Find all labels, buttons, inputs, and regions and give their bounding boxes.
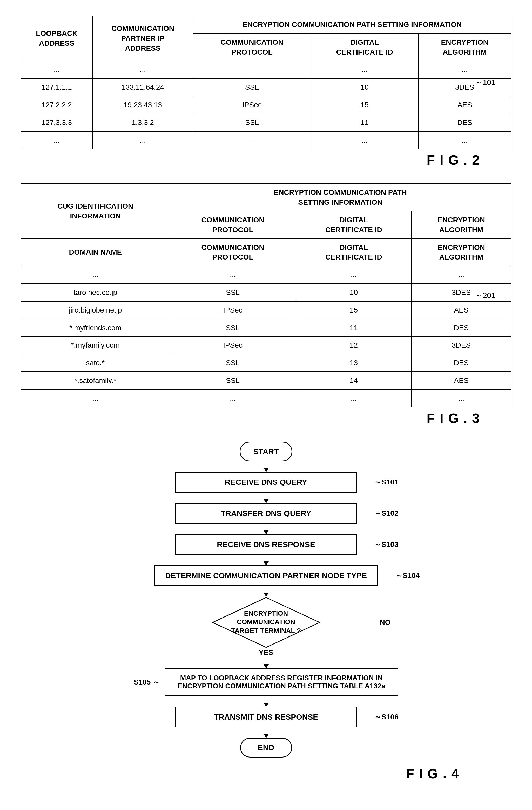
yes-row: YES <box>21 648 511 668</box>
arrow2 <box>266 492 266 503</box>
s104-label: ～S104 <box>396 571 419 581</box>
span-header: ENCRYPTION COMMUNICATION PATH SETTING IN… <box>193 16 511 33</box>
arrow3 <box>266 524 266 534</box>
table-row: ............ <box>21 389 511 407</box>
col3-header: COMMUNICATIONPROTOCOL <box>193 33 311 61</box>
arrow-back <box>266 696 266 707</box>
fig3-table: CUG IDENTIFICATIONINFORMATION ENCRYPTION… <box>21 183 511 407</box>
table-row: *.myfriends.comSSL11DES <box>21 319 511 337</box>
table-row: *.myfamily.comIPSec123DES <box>21 336 511 354</box>
fig3-col2-span: ENCRYPTION COMMUNICATION PATHSETTING INF… <box>170 184 511 211</box>
s101-box: RECEIVE DNS QUERY <box>175 472 357 492</box>
arrow-yes <box>266 658 266 668</box>
s102-box: TRANSFER DNS QUERY <box>175 503 357 524</box>
fig3-col1-span: CUG IDENTIFICATIONINFORMATION <box>21 184 170 239</box>
s102-node: TRANSFER DNS QUERY ～S102 <box>175 503 357 524</box>
fig4-section: START RECEIVE DNS QUERY ～S101 TRANSFER D… <box>21 442 511 781</box>
fig3-label: F I G . 3 <box>21 410 511 426</box>
s104-node: DETERMINE COMMUNICATION PARTNER NODE TYP… <box>154 565 378 586</box>
no-label: NO <box>380 618 391 627</box>
s106-box: TRANSMIT DNS RESPONSE <box>175 707 357 727</box>
fig3-col3-sub: ENCRYPTIONALGORITHM <box>412 211 511 239</box>
s105-step: S105 ～ <box>134 677 160 687</box>
col1-header: LOOPBACKADDRESS <box>21 16 93 61</box>
col2-header: COMMUNICATIONPARTNER IPADDRESS <box>93 16 193 61</box>
end-node: END <box>240 738 292 758</box>
table-row: 127.3.3.31.3.3.2SSL11DES <box>21 114 511 131</box>
start-node: START <box>240 442 293 461</box>
arrow-end <box>266 727 266 738</box>
col4-header: DIGITALCERTIFICATE ID <box>311 33 418 61</box>
start-oval: START <box>240 442 293 461</box>
fig4-label: F I G . 4 <box>406 766 491 781</box>
table-row: DOMAIN NAMECOMMUNICATIONPROTOCOLDIGITALC… <box>21 239 511 266</box>
s103-node: RECEIVE DNS RESPONSE ～S103 <box>175 534 357 555</box>
table-row: jiro.biglobe.ne.jpIPSec15AES <box>21 301 511 319</box>
fig2-ref: ～101 <box>475 77 496 88</box>
table-row: sato.*SSL13DES <box>21 354 511 372</box>
s106-label: ～S106 <box>374 712 398 722</box>
table-row: ............... <box>21 131 511 149</box>
s105-wrapper: S105 ～ MAP TO LOOPBACK ADDRESS REGISTER … <box>21 668 511 696</box>
diamond-node: ENCRYPTION COMMUNICATIONTARGET TERMINAL … <box>21 597 511 648</box>
end-oval: END <box>240 738 292 758</box>
diamond-text: ENCRYPTION COMMUNICATIONTARGET TERMINAL … <box>225 609 308 635</box>
arrow4 <box>266 555 266 565</box>
fig3-col2-sub: DIGITALCERTIFICATE ID <box>296 211 412 239</box>
col5-header: ENCRYPTIONALGORITHM <box>418 33 511 61</box>
s101-node: RECEIVE DNS QUERY ～S101 <box>175 472 357 492</box>
arrow1 <box>266 461 266 472</box>
s102-label: ～S102 <box>374 508 398 518</box>
fig2-section: LOOPBACKADDRESS COMMUNICATIONPARTNER IPA… <box>21 16 511 168</box>
fig2-table: LOOPBACKADDRESS COMMUNICATIONPARTNER IPA… <box>21 16 511 149</box>
table-row: ............... <box>21 61 511 79</box>
fig2-label: F I G . 2 <box>21 152 511 168</box>
table-row: *.satofamily.*SSL14AES <box>21 372 511 389</box>
table-row: taro.nec.co.jpSSL103DES <box>21 284 511 301</box>
s101-label: ～S101 <box>374 477 398 487</box>
yes-label: YES <box>259 648 273 657</box>
table-row: 127.2.2.219.23.43.13IPSec15AES <box>21 96 511 114</box>
flowchart: START RECEIVE DNS QUERY ～S101 TRANSFER D… <box>21 442 511 758</box>
s104-box: DETERMINE COMMUNICATION PARTNER NODE TYP… <box>154 565 378 586</box>
table-row: ............ <box>21 266 511 284</box>
s105-box: MAP TO LOOPBACK ADDRESS REGISTER INFORMA… <box>165 668 398 696</box>
s106-node: TRANSMIT DNS RESPONSE ～S106 <box>175 707 357 727</box>
fig3-section: CUG IDENTIFICATIONINFORMATION ENCRYPTION… <box>21 183 511 426</box>
fig3-col1-sub: COMMUNICATIONPROTOCOL <box>170 211 296 239</box>
table-row: 127.1.1.1133.11.64.24SSL103DES <box>21 79 511 96</box>
fig3-ref: ～201 <box>475 290 496 301</box>
s103-label: ～S103 <box>374 539 398 549</box>
arrow5 <box>266 586 266 597</box>
diamond-shape: ENCRYPTION COMMUNICATIONTARGET TERMINAL … <box>212 597 321 648</box>
s103-box: RECEIVE DNS RESPONSE <box>175 534 357 555</box>
